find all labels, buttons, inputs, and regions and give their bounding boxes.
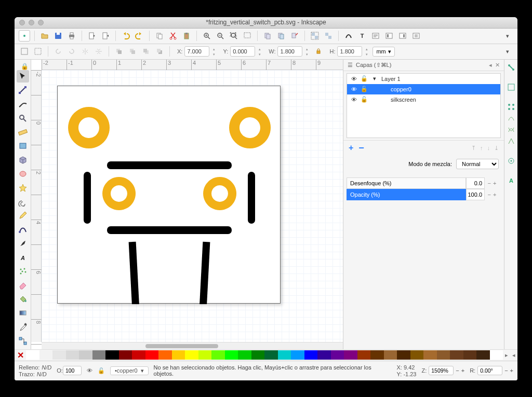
zoom-out-button[interactable] xyxy=(215,30,226,42)
snap-nodes-button[interactable] xyxy=(507,102,516,112)
add-layer-button[interactable]: + xyxy=(349,143,353,153)
color-swatch[interactable] xyxy=(291,350,304,360)
xml-editor-button[interactable] xyxy=(370,30,381,42)
lock-icon[interactable]: 🔓 xyxy=(361,86,368,92)
swatches[interactable] xyxy=(26,350,503,360)
remove-layer-button[interactable]: − xyxy=(358,143,364,154)
color-swatch[interactable] xyxy=(344,350,357,360)
clone-button[interactable] xyxy=(275,30,287,42)
flip-v-button[interactable] xyxy=(93,46,104,57)
color-swatch[interactable] xyxy=(410,350,424,360)
duplicate-button[interactable] xyxy=(262,30,273,42)
new-document-button[interactable] xyxy=(19,30,30,42)
color-swatch[interactable] xyxy=(278,350,291,360)
color-swatch[interactable] xyxy=(79,350,92,360)
color-swatch[interactable] xyxy=(251,350,265,360)
color-swatch[interactable] xyxy=(264,350,278,360)
redo-button[interactable] xyxy=(134,30,145,42)
menu-overflow-button[interactable]: ▾ xyxy=(502,30,513,42)
selector-tool[interactable] xyxy=(17,70,29,83)
copy-button[interactable] xyxy=(154,30,165,42)
visibility-icon[interactable]: 👁 xyxy=(350,76,357,82)
h-field[interactable]: ▴▾ xyxy=(337,46,370,57)
snap-paths-button[interactable] xyxy=(507,114,516,123)
color-swatch[interactable] xyxy=(397,350,410,360)
snap-text-button[interactable]: A xyxy=(507,176,516,185)
color-swatch[interactable] xyxy=(357,350,371,360)
visibility-toggle-icon[interactable]: 👁 xyxy=(87,367,92,374)
x-field[interactable]: ▴▾ xyxy=(184,46,218,57)
color-swatch[interactable] xyxy=(437,350,450,360)
color-swatch[interactable] xyxy=(423,350,437,360)
layer-up-button[interactable]: ↑ xyxy=(480,145,483,152)
color-swatch[interactable] xyxy=(238,350,251,360)
color-swatch[interactable] xyxy=(119,350,132,360)
expand-icon[interactable]: ▾ xyxy=(371,75,378,82)
flip-h-button[interactable] xyxy=(79,46,91,57)
lock-toggle-icon[interactable]: 🔓 xyxy=(98,367,105,374)
color-swatch[interactable] xyxy=(132,350,145,360)
paint-bucket-tool[interactable] xyxy=(17,293,29,305)
raise-button[interactable] xyxy=(127,46,138,57)
color-swatch[interactable] xyxy=(92,350,106,360)
unit-selector[interactable]: mm▾ xyxy=(373,47,394,57)
paste-button[interactable] xyxy=(181,30,192,42)
color-swatch[interactable] xyxy=(225,350,238,360)
layer-down-button[interactable]: ↓ xyxy=(487,145,490,152)
layer-row[interactable]: 👁🔓copper0 xyxy=(347,84,500,94)
color-swatch[interactable] xyxy=(450,350,463,360)
color-swatch[interactable] xyxy=(185,350,198,360)
lower-button[interactable] xyxy=(140,46,152,57)
controls-overflow-button[interactable]: ▾ xyxy=(502,46,513,57)
zoom-incr[interactable]: + xyxy=(461,367,464,374)
visibility-icon[interactable]: 👁 xyxy=(350,97,357,103)
calligraphy-tool[interactable] xyxy=(17,237,29,250)
print-button[interactable] xyxy=(66,30,77,42)
select-same-button[interactable] xyxy=(32,46,44,57)
raise-top-button[interactable] xyxy=(113,46,125,57)
blur-decr[interactable]: − xyxy=(488,180,491,186)
text-tool[interactable]: A xyxy=(17,251,29,264)
color-swatch[interactable] xyxy=(463,350,477,360)
opacity-decr[interactable]: − xyxy=(488,191,491,198)
lock-icon[interactable]: 🔓 xyxy=(361,75,368,82)
zoom-field[interactable] xyxy=(429,366,454,375)
rotation-field[interactable] xyxy=(477,366,502,375)
color-swatch[interactable] xyxy=(211,350,225,360)
rot-decr[interactable]: − xyxy=(504,367,508,374)
transform-button[interactable] xyxy=(397,30,408,42)
canvas[interactable] xyxy=(42,70,343,342)
ungroup-button[interactable] xyxy=(323,30,334,42)
w-field[interactable]: ▴▾ xyxy=(277,46,311,57)
rotate-cw-button[interactable] xyxy=(66,46,77,57)
connector-tool[interactable] xyxy=(17,335,29,347)
save-button[interactable] xyxy=(52,30,64,42)
blur-slider[interactable]: Desenfoque (%) xyxy=(347,177,466,189)
cut-button[interactable] xyxy=(167,30,179,42)
color-swatch[interactable] xyxy=(26,350,39,360)
layer-row[interactable]: 👁🔓▾Layer 1 xyxy=(347,74,500,84)
snap-enable-button[interactable] xyxy=(507,63,516,72)
layer-bottom-button[interactable]: ⤓ xyxy=(494,145,499,152)
color-swatch[interactable] xyxy=(490,350,503,360)
color-swatch[interactable] xyxy=(66,350,79,360)
horizontal-ruler[interactable]: -2-10123456789 xyxy=(42,60,343,70)
select-all-layers-button[interactable] xyxy=(19,46,30,57)
layers-tree[interactable]: 👁🔓▾Layer 1👁🔓copper0👁🔓silkscreen xyxy=(347,73,501,138)
lock-aspect-button[interactable] xyxy=(313,46,324,57)
color-swatch[interactable] xyxy=(145,350,159,360)
pencil-tool[interactable] xyxy=(17,210,29,222)
snap-cusp-button[interactable] xyxy=(507,136,516,146)
horizontal-scrollbar[interactable] xyxy=(42,342,343,349)
gradient-tool[interactable] xyxy=(17,307,29,319)
tweak-tool[interactable] xyxy=(17,98,29,111)
node-tool[interactable] xyxy=(17,84,29,97)
blur-value[interactable]: 0.0 xyxy=(466,177,485,189)
blend-mode-select[interactable]: Normal xyxy=(456,159,499,169)
bezier-tool[interactable] xyxy=(17,223,29,236)
dock-close-button[interactable]: ✕ xyxy=(495,62,500,69)
open-button[interactable] xyxy=(39,30,50,42)
rotate-ccw-button[interactable] xyxy=(52,46,64,57)
fill-stroke-button[interactable] xyxy=(343,30,354,42)
rot-incr[interactable]: + xyxy=(510,367,513,374)
